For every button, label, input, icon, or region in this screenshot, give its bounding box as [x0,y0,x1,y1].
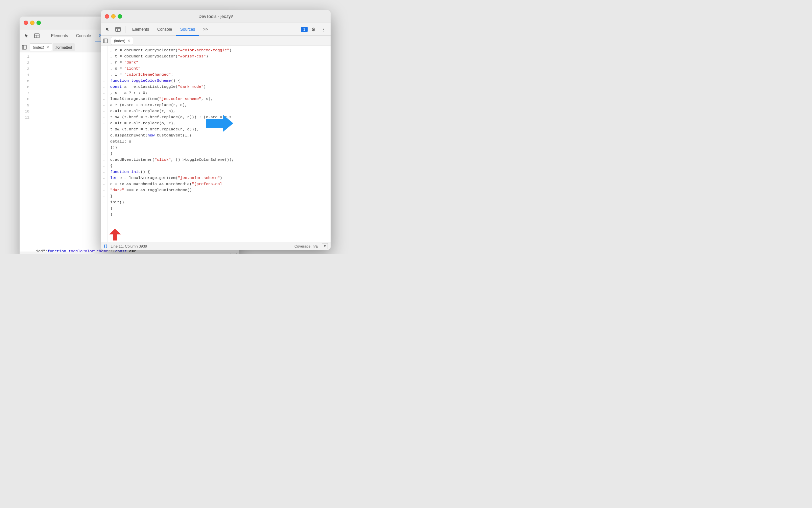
status-bar-1: {} 9 characters selected Coverage: n/a ▼ [20,252,239,254]
line-num: 11 [22,115,29,121]
code-line: c.addEventListener("click", ()=>toggleCo… [110,157,328,163]
svg-rect-9 [103,39,108,43]
close-button-2[interactable] [105,14,109,19]
code-line: , o = "light" [110,66,328,72]
coverage-1: Coverage: n/a [205,254,228,254]
svg-rect-6 [116,27,120,31]
line-num: 3 [22,66,29,72]
diff-minus: - [101,145,107,151]
code-line: } [110,193,328,199]
diff-minus: - [101,114,107,120]
scroll-to-bottom-1[interactable]: ▼ [231,253,237,254]
code-line: detail: s [110,138,328,145]
panel-toggle-2[interactable] [102,37,109,44]
tab-sources-2[interactable]: Sources [176,23,199,36]
file-tab-name-2: (index) [114,39,125,43]
code-line: function toggleColorScheme() { [110,78,328,84]
file-tab-formatted-1[interactable]: :formatted [53,43,75,51]
code-line: , s = a ? r : 0; [110,90,328,96]
diff-minus: - [101,53,107,59]
code-line: , c = document.querySelector("#color-sch… [110,47,328,53]
line-numbers-1: 1 2 3 4 5 6 7 8 9 10 11 [20,52,33,252]
diff-minus: - [101,211,107,218]
maximize-button-2[interactable] [118,14,122,19]
line-num: 9 [22,102,29,108]
code-line: a ? (c.src = c.src.replace(r, o), [110,102,328,108]
file-tab-name-formatted: :formatted [55,45,72,49]
diff-minus: - [101,205,107,211]
diff-gutter: - - - - - - - - - - - - - - - - - - - - [101,46,108,242]
line-num: 10 [22,108,29,115]
traffic-lights-2 [105,14,122,19]
diff-minus: - [101,66,107,72]
file-tab-name-1: (index) [33,45,44,49]
line-num: 4 [22,72,29,78]
scroll-to-bottom-2[interactable]: ▼ [322,243,328,249]
window-content-2: Elements Console Sources >> 1 ⚙ ⋮ (index… [101,23,331,250]
panel-toggle-1[interactable] [21,44,28,51]
minimize-button-2[interactable] [111,14,116,19]
cursor-icon-2[interactable] [103,25,112,34]
toolbar-separator-2 [125,26,125,33]
line-num: 5 [22,78,29,84]
file-tab-index-2[interactable]: (index) ✕ [111,37,133,45]
code-line: localStorage.setItem("jec.color-scheme",… [110,96,328,102]
diff-minus: - [101,102,107,108]
more-icon-2[interactable]: ⋮ [319,25,328,34]
diff-minus: - [101,72,107,78]
tab-elements-1[interactable]: Elements [47,30,72,42]
format-icon-2[interactable]: {} [103,244,108,248]
diff-minus: - [101,157,107,163]
diff-minus: - [101,96,107,102]
diff-minus: - [101,126,107,132]
svg-marker-11 [109,229,121,240]
file-tab-close-2[interactable]: ✕ [127,39,130,43]
title-bar-2: DevTools - jec.fyi/ [101,10,331,23]
panel-icon-1[interactable] [32,31,41,40]
diff-minus: - [101,47,107,53]
diff-minus: - [101,163,107,169]
panel-icon-2[interactable] [114,25,122,34]
tab-console-1[interactable]: Console [72,30,95,42]
code-line: let e = localStorage.getItem("jec.color-… [110,175,328,181]
code-line: , l = "colorSchemeChanged"; [110,72,328,78]
file-tab-close-1[interactable]: ✕ [46,45,49,49]
file-tab-index-1[interactable]: (index) ✕ [30,43,52,51]
svg-rect-0 [34,34,39,38]
diff-minus: - [101,59,107,66]
close-button-1[interactable] [24,21,28,25]
diff-minus: - [101,132,107,138]
diff-minus: - [101,175,107,181]
code-line: })) [110,145,328,151]
diff-minus: - [101,120,107,126]
code-area-2[interactable]: , c = document.querySelector("#color-sch… [108,46,331,242]
code-line: const a = e.classList.toggle("dark-mode"… [110,84,328,90]
code-line: } [110,211,328,218]
status-text-2: Line 11, Column 3939 [111,244,147,248]
line-num: 7 [22,90,29,96]
maximize-button-1[interactable] [37,21,41,25]
code-line: } [110,151,328,157]
gear-icon-2[interactable]: ⚙ [309,25,318,34]
toolbar-tabs-2: Elements Console Sources >> [128,23,300,35]
svg-rect-3 [22,45,26,49]
line-num: 1 [22,54,29,60]
comment-badge[interactable]: 1 [301,27,308,32]
coverage-2: Coverage: n/a [294,244,318,248]
tab-console-2[interactable]: Console [153,23,176,36]
code-line: } [110,205,328,211]
status-text-1: 9 characters selected [29,254,65,254]
format-icon-1[interactable]: {} [22,254,27,254]
diff-minus: - [101,108,107,114]
code-line: , t = document.querySelector("#prism-css… [110,53,328,59]
diff-minus: - [101,138,107,145]
cursor-icon-1[interactable] [22,31,31,40]
code-line: function init() { [110,169,328,175]
minimize-button-1[interactable] [30,21,34,25]
tab-more-2[interactable]: >> [199,23,212,36]
diff-minus: - [101,187,107,193]
tab-elements-2[interactable]: Elements [128,23,153,36]
diff-minus: - [101,151,107,157]
code-line: e = !e && matchMedia && matchMedia("(pre… [110,181,328,187]
code-line: init() [110,199,328,205]
